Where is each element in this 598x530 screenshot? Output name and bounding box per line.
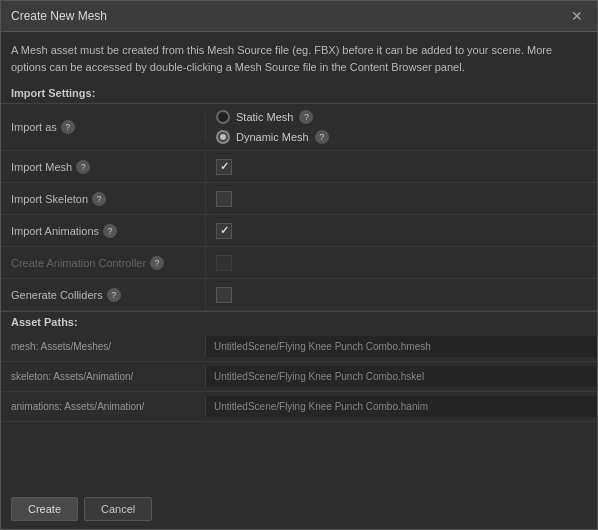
generate-colliders-checkbox-wrap — [216, 287, 587, 303]
bottom-bar: Create Cancel — [1, 422, 597, 529]
import-skeleton-help-icon[interactable]: ? — [92, 192, 106, 206]
import-as-help-icon[interactable]: ? — [61, 120, 75, 134]
skeleton-asset-row: skeleton: Assets/Animation/ UntitledScen… — [1, 362, 597, 392]
create-animation-controller-checkbox-wrap — [216, 255, 587, 271]
generate-colliders-checkbox[interactable] — [216, 287, 232, 303]
static-mesh-option[interactable]: Static Mesh ? — [216, 110, 587, 124]
import-skeleton-row: Import Skeleton ? — [1, 183, 597, 215]
static-mesh-radio[interactable] — [216, 110, 230, 124]
create-animation-controller-help-icon[interactable]: ? — [150, 256, 164, 270]
create-button[interactable]: Create — [11, 497, 78, 521]
static-mesh-label: Static Mesh — [236, 111, 293, 123]
create-new-mesh-dialog: Create New Mesh ✕ A Mesh asset must be c… — [0, 0, 598, 530]
import-animations-checkbox[interactable]: ✓ — [216, 223, 232, 239]
animations-asset-row: animations: Assets/Animation/ UntitledSc… — [1, 392, 597, 422]
dialog-title: Create New Mesh — [11, 9, 107, 23]
import-animations-checkmark: ✓ — [220, 224, 229, 237]
mesh-asset-row: mesh: Assets/Meshes/ UntitledScene/Flyin… — [1, 332, 597, 362]
import-mesh-checkmark: ✓ — [220, 160, 229, 173]
import-skeleton-content — [206, 185, 597, 213]
import-as-row: Import as ? Static Mesh ? Dynamic Mesh ? — [1, 104, 597, 151]
import-skeleton-checkbox[interactable] — [216, 191, 232, 207]
skeleton-asset-label: skeleton: Assets/Animation/ — [1, 366, 206, 387]
import-settings-label: Import Settings: — [1, 83, 597, 103]
import-mesh-content: ✓ — [206, 153, 597, 181]
import-animations-content: ✓ — [206, 217, 597, 245]
cancel-button[interactable]: Cancel — [84, 497, 152, 521]
settings-table: Import as ? Static Mesh ? Dynamic Mesh ?… — [1, 103, 597, 311]
asset-paths-label: Asset Paths: — [1, 312, 597, 332]
dynamic-mesh-label: Dynamic Mesh — [236, 131, 309, 143]
import-skeleton-checkbox-wrap — [216, 191, 587, 207]
static-mesh-help-icon[interactable]: ? — [299, 110, 313, 124]
generate-colliders-help-icon[interactable]: ? — [107, 288, 121, 302]
import-mesh-checkbox[interactable]: ✓ — [216, 159, 232, 175]
import-animations-row: Import Animations ? ✓ — [1, 215, 597, 247]
asset-paths-section: Asset Paths: mesh: Assets/Meshes/ Untitl… — [1, 312, 597, 422]
dynamic-mesh-option[interactable]: Dynamic Mesh ? — [216, 130, 587, 144]
import-skeleton-label: Import Skeleton ? — [1, 186, 206, 212]
create-animation-controller-checkbox — [216, 255, 232, 271]
mesh-asset-label: mesh: Assets/Meshes/ — [1, 336, 206, 357]
import-as-label: Import as ? — [1, 114, 206, 140]
import-mesh-checkbox-wrap: ✓ — [216, 159, 587, 175]
description-text: A Mesh asset must be created from this M… — [1, 32, 597, 83]
create-animation-controller-row: Create Animation Controller ? — [1, 247, 597, 279]
skeleton-asset-value: UntitledScene/Flying Knee Punch Combo.hs… — [206, 366, 597, 387]
import-animations-checkbox-wrap: ✓ — [216, 223, 587, 239]
import-mesh-row: Import Mesh ? ✓ — [1, 151, 597, 183]
animations-asset-label: animations: Assets/Animation/ — [1, 396, 206, 417]
create-animation-controller-content — [206, 249, 597, 277]
import-animations-label: Import Animations ? — [1, 218, 206, 244]
import-mesh-label: Import Mesh ? — [1, 154, 206, 180]
generate-colliders-content — [206, 281, 597, 309]
mesh-asset-value: UntitledScene/Flying Knee Punch Combo.hm… — [206, 336, 597, 357]
title-bar: Create New Mesh ✕ — [1, 1, 597, 32]
dynamic-mesh-help-icon[interactable]: ? — [315, 130, 329, 144]
generate-colliders-label: Generate Colliders ? — [1, 282, 206, 308]
close-button[interactable]: ✕ — [567, 7, 587, 25]
dynamic-mesh-radio[interactable] — [216, 130, 230, 144]
animations-asset-value: UntitledScene/Flying Knee Punch Combo.ha… — [206, 396, 597, 417]
import-as-options: Static Mesh ? Dynamic Mesh ? — [206, 104, 597, 150]
import-animations-help-icon[interactable]: ? — [103, 224, 117, 238]
create-animation-controller-label: Create Animation Controller ? — [1, 250, 206, 276]
import-mesh-help-icon[interactable]: ? — [76, 160, 90, 174]
generate-colliders-row: Generate Colliders ? — [1, 279, 597, 311]
